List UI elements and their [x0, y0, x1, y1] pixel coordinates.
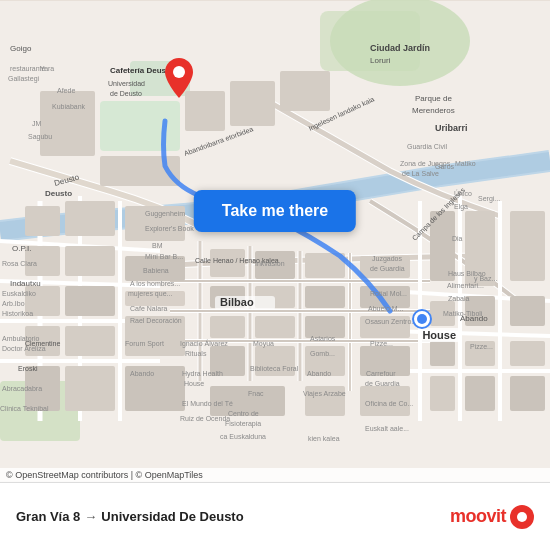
svg-rect-74: [510, 296, 545, 326]
svg-text:A los hombres...: A los hombres...: [130, 280, 180, 287]
svg-point-177: [417, 314, 427, 324]
svg-rect-76: [510, 376, 545, 411]
svg-rect-73: [510, 211, 545, 281]
svg-text:Clinica Teknibal: Clinica Teknibal: [0, 405, 49, 412]
svg-text:House: House: [184, 380, 204, 387]
svg-text:Matiko-Tiboli: Matiko-Tiboli: [443, 310, 483, 317]
attribution-text: © OpenStreetMap contributors | © OpenMap…: [6, 470, 203, 480]
svg-text:Euskaldiko: Euskaldiko: [2, 290, 36, 297]
svg-text:Eroski: Eroski: [18, 365, 38, 372]
svg-text:de La Salve: de La Salve: [402, 170, 439, 177]
svg-text:Loruri: Loruri: [370, 56, 391, 65]
svg-text:Único: Único: [454, 189, 472, 197]
moovit-logo: moovit: [450, 505, 534, 529]
svg-text:Inkvasion: Inkvasion: [255, 260, 285, 267]
svg-text:Guggenheim: Guggenheim: [145, 210, 185, 218]
svg-text:Rituals: Rituals: [185, 350, 207, 357]
svg-text:Matiko: Matiko: [455, 160, 476, 167]
svg-rect-52: [210, 316, 245, 338]
svg-text:Osasun Zentro...: Osasun Zentro...: [365, 318, 417, 325]
svg-text:Sergi...: Sergi...: [478, 195, 500, 203]
svg-text:Uribarri: Uribarri: [435, 123, 468, 133]
svg-text:Sagubu: Sagubu: [28, 133, 52, 141]
svg-rect-77: [100, 101, 180, 151]
svg-rect-32: [65, 201, 115, 236]
svg-text:Biblioteca Foral: Biblioteca Foral: [250, 365, 299, 372]
svg-text:mujeres que...: mujeres que...: [128, 290, 172, 298]
svg-text:Rael Decoración: Rael Decoración: [130, 317, 182, 324]
svg-rect-71: [430, 376, 455, 411]
take-me-there-button[interactable]: Take me there: [194, 190, 356, 232]
svg-rect-79: [40, 91, 95, 156]
svg-rect-53: [255, 316, 295, 338]
svg-text:Goigo: Goigo: [10, 44, 32, 53]
svg-text:Zabala: Zabala: [448, 295, 470, 302]
svg-text:Forum Sport: Forum Sport: [125, 340, 164, 348]
svg-text:Abando: Abando: [307, 370, 331, 377]
svg-text:Centro de: Centro de: [228, 410, 259, 417]
svg-text:Viajes Arzabe: Viajes Arzabe: [303, 390, 346, 398]
svg-rect-34: [65, 246, 115, 276]
from-label: Gran Vía 8: [16, 509, 80, 524]
svg-text:Fnac: Fnac: [248, 390, 264, 397]
svg-text:Guardia Civil: Guardia Civil: [407, 143, 448, 150]
svg-text:Explorer's Book: Explorer's Book: [145, 225, 194, 233]
svg-text:Ciudad Jardín: Ciudad Jardín: [370, 43, 430, 53]
svg-text:Juzgados: Juzgados: [372, 255, 402, 263]
svg-text:Pizze...: Pizze...: [370, 340, 393, 347]
svg-rect-51: [305, 286, 345, 308]
svg-text:Merenderos: Merenderos: [412, 106, 455, 115]
svg-text:Indautxu: Indautxu: [10, 279, 41, 288]
svg-point-175: [173, 66, 185, 78]
svg-text:de Deusto: de Deusto: [110, 90, 142, 97]
svg-text:Rotial Mol...: Rotial Mol...: [370, 290, 407, 297]
svg-rect-38: [65, 326, 115, 356]
svg-text:Oficina de Co...: Oficina de Co...: [365, 400, 413, 407]
attribution-bar: © OpenStreetMap contributors | © OpenMap…: [0, 468, 550, 482]
svg-text:Carrefour: Carrefour: [366, 370, 396, 377]
svg-text:Yara: Yara: [40, 65, 54, 72]
svg-rect-72: [465, 376, 495, 411]
svg-rect-36: [65, 286, 115, 316]
destination-pin: [165, 58, 193, 94]
svg-text:y Baz...: y Baz...: [474, 275, 497, 283]
svg-rect-75: [510, 341, 545, 366]
svg-text:Pizze...: Pizze...: [470, 343, 493, 350]
svg-rect-83: [280, 71, 330, 111]
svg-text:Babiena: Babiena: [143, 267, 169, 274]
svg-text:Bilbao: Bilbao: [220, 296, 254, 308]
svg-text:Rosa Clara: Rosa Clara: [2, 260, 37, 267]
svg-text:Elga: Elga: [454, 203, 468, 211]
moovit-icon: [510, 505, 534, 529]
svg-rect-31: [25, 206, 60, 236]
svg-text:Gomb...: Gomb...: [310, 350, 335, 357]
svg-text:Parque de: Parque de: [415, 94, 452, 103]
svg-rect-82: [230, 81, 275, 126]
svg-text:Afede: Afede: [57, 87, 75, 94]
svg-text:Ignacio Álvarez: Ignacio Álvarez: [180, 339, 228, 348]
svg-text:Mini Bar B...: Mini Bar B...: [145, 253, 183, 260]
svg-text:ca Euskalduna: ca Euskalduna: [220, 433, 266, 440]
svg-text:Hydra Health: Hydra Health: [182, 370, 223, 378]
svg-text:Deusto: Deusto: [45, 189, 72, 198]
svg-text:Alimentari...: Alimentari...: [447, 282, 484, 289]
svg-rect-69: [430, 341, 455, 366]
moovit-text: moovit: [450, 506, 506, 527]
svg-text:Cafe Nalara: Cafe Nalara: [130, 305, 167, 312]
svg-text:Gallastegi: Gallastegi: [8, 75, 40, 83]
svg-text:O.P.I.: O.P.I.: [12, 244, 31, 253]
svg-text:Abando: Abando: [130, 370, 154, 377]
svg-text:Arb.Ibo: Arb.Ibo: [2, 300, 25, 307]
origin-dot: [412, 309, 430, 327]
svg-text:Astarios: Astarios: [310, 335, 336, 342]
svg-text:Euskalt aale...: Euskalt aale...: [365, 425, 409, 432]
route-row: Gran Vía 8 → Universidad De Deusto: [16, 509, 450, 524]
svg-text:de Guardia: de Guardia: [370, 265, 405, 272]
map-container: Bilbao Deusto Abandoibarra etorbidea Cal…: [0, 0, 550, 482]
arrow-icon: →: [84, 509, 97, 524]
svg-text:Ambulatorio: Ambulatorio: [2, 335, 39, 342]
bottom-navigation: Gran Vía 8 → Universidad De Deusto moovi…: [0, 482, 550, 550]
svg-text:Abuelo M...: Abuelo M...: [368, 305, 403, 312]
svg-text:Abracadabra: Abracadabra: [2, 385, 42, 392]
svg-text:Ruiz de Ocenda: Ruiz de Ocenda: [180, 415, 230, 422]
